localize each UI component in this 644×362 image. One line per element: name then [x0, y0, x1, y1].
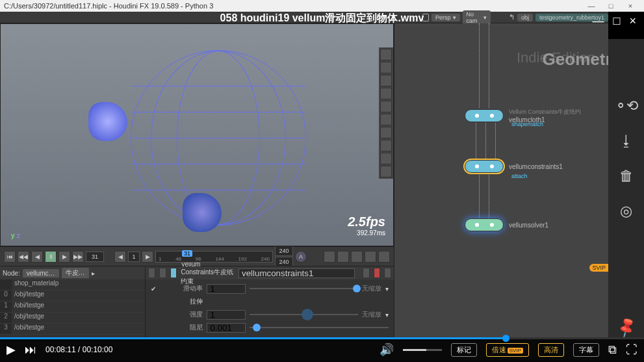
vtool-8[interactable]	[380, 140, 392, 151]
param-slide-label: 滑动率	[164, 284, 203, 293]
video-player-bar: ▶ ⏭ 00:08:11 / 00:10:00 🔊 标记 倍速SVIP 高清 字…	[0, 337, 644, 362]
overlay-close[interactable]: ×	[629, 14, 636, 28]
help-icon[interactable]	[374, 268, 381, 278]
axis-gizmo: y z	[11, 231, 20, 239]
tl-end[interactable]	[275, 246, 293, 256]
tl-opt2[interactable]	[337, 251, 349, 263]
subtitle-button[interactable]: 字幕	[573, 343, 599, 357]
p-list-head: shop_materialp	[12, 279, 145, 290]
vtool-5[interactable]	[380, 101, 392, 112]
param-stiff-mode[interactable]: 无缩放	[362, 310, 381, 319]
vtool-2[interactable]	[380, 62, 392, 73]
tl-play[interactable]: ▶	[58, 251, 70, 263]
overlay-max[interactable]: □	[613, 14, 621, 28]
tl-first[interactable]: ⏮	[4, 251, 16, 263]
param-stiff-slider[interactable]	[250, 314, 358, 315]
node-name-field[interactable]	[238, 268, 355, 278]
tl-step-fwd[interactable]: ▶	[142, 251, 153, 263]
vtool-1[interactable]	[380, 49, 392, 60]
param-damp-value[interactable]	[207, 323, 246, 333]
tl-frame-current[interactable]	[86, 252, 104, 262]
refresh-icon[interactable]: ◎	[620, 203, 632, 220]
node-label: Node:	[3, 270, 20, 277]
param-damp-slider[interactable]	[250, 327, 389, 328]
vtool-7[interactable]	[380, 127, 392, 138]
tl-auto[interactable]: A	[295, 251, 307, 263]
volume-icon[interactable]: 🔊	[380, 343, 394, 357]
wireframe-sphere	[131, 50, 306, 226]
geometry-watermark: Geometry	[543, 49, 608, 70]
progress-bar[interactable]	[0, 337, 644, 339]
tl-opt1[interactable]	[324, 251, 335, 263]
fullscreen-icon[interactable]: ⛶	[626, 343, 638, 357]
volume-slider[interactable]	[403, 349, 442, 351]
pip-icon[interactable]: ⧉	[608, 343, 617, 357]
overlay-min[interactable]: —	[593, 14, 604, 28]
list-row-1[interactable]: /obi/testge	[12, 302, 145, 312]
pin-icon[interactable]	[363, 268, 370, 278]
speed-button[interactable]: 倍速SVIP	[486, 343, 529, 357]
fwd-icon[interactable]	[159, 268, 166, 278]
gear-icon[interactable]	[384, 268, 391, 278]
rubbertoy-2	[183, 193, 222, 232]
tl-prev[interactable]: ◀◀	[18, 251, 29, 263]
param-slide-mode[interactable]: 无缩放	[362, 284, 381, 293]
window-close[interactable]: ×	[621, 2, 640, 10]
node-vellumconstraints1[interactable]: vellumconstraints1 attach	[465, 160, 563, 173]
tl-opt5[interactable]	[378, 251, 390, 263]
parameter-pane: Node: vellumc… 牛皮… ▸ shop_materialp 0/ob…	[0, 266, 394, 337]
fps-display: 2.5fps392.97ms	[348, 214, 385, 237]
list-row-2[interactable]: /obj/testge	[12, 313, 145, 323]
list-row-3[interactable]: /obi/testge	[12, 324, 145, 334]
vtool-9[interactable]	[380, 153, 392, 164]
param-stretch-label: 拉伸	[164, 297, 203, 306]
quality-button[interactable]: 高清	[538, 343, 564, 357]
viewport-3d[interactable]: 2.5fps392.97ms y z	[0, 23, 394, 246]
param-stiff-value[interactable]	[207, 310, 246, 320]
param-damp-label: 阻尼	[164, 323, 203, 332]
download-icon[interactable]: ⭳	[619, 133, 634, 149]
tl-opt4[interactable]	[365, 251, 376, 263]
delete-icon[interactable]: 🗑	[619, 168, 634, 185]
progress-knob[interactable]	[502, 335, 509, 342]
list-row-0[interactable]: /obj/testge	[12, 291, 145, 301]
time-display: 00:08:11 / 00:10:00	[45, 345, 112, 354]
node-field[interactable]: vellumc…	[23, 269, 59, 278]
next-button[interactable]: ⏭	[25, 343, 36, 357]
video-title: 058 houdini19 vellum滑动固定到物体.wmv	[0, 12, 644, 25]
node-type-icon	[170, 268, 177, 278]
vtool-10[interactable]	[380, 166, 392, 177]
back-icon[interactable]	[148, 268, 155, 278]
node-vellumsolver1[interactable]: vellumsolver1	[465, 218, 548, 231]
vtool-6[interactable]	[380, 114, 392, 125]
mark-button[interactable]: 标记	[451, 343, 477, 357]
tl-step[interactable]	[128, 252, 140, 262]
rubbertoy-1	[88, 102, 127, 141]
tl-step-back[interactable]: ◀	[114, 251, 126, 263]
tl-next[interactable]: ▶▶	[72, 251, 84, 263]
param-slide-value[interactable]	[207, 284, 246, 294]
tl-pause[interactable]: ⏸	[45, 251, 57, 263]
svip-badge: SVIP	[589, 264, 608, 272]
node-vellumcloth1[interactable]: Vellum Constraints牛皮纸约vellumcloth1 shape…	[465, 108, 581, 123]
network-view[interactable]: Indie Edition Geometry Vellum Constraint…	[394, 23, 608, 337]
viewport-right-tools	[379, 47, 393, 179]
param-stiff-label: 强度	[164, 310, 203, 319]
tl-play-back[interactable]: ◀	[31, 251, 43, 263]
os-titlebar: C:/Users/30972/untitled117.hiplc - Houdi…	[0, 0, 644, 12]
share-icon[interactable]: ⚬⟲	[615, 97, 638, 114]
vtool-3[interactable]	[380, 75, 392, 86]
window-max[interactable]: □	[601, 2, 621, 10]
tl-opt3[interactable]	[351, 251, 363, 263]
titlebar-path: C:/Users/30972/untitled117.hiplc - Houdi…	[4, 2, 213, 10]
tab-arrow[interactable]: ▸	[92, 270, 95, 277]
vtool-4[interactable]	[380, 88, 392, 99]
right-rail: ⚬⟲ ⭳ 🗑 ◎ 📌	[608, 39, 644, 337]
play-button[interactable]: ▶	[6, 343, 16, 357]
tab-1[interactable]: 牛皮…	[62, 268, 89, 278]
param-slide-slider[interactable]	[250, 288, 358, 289]
window-min[interactable]: —	[582, 2, 601, 10]
tl-track[interactable]: 31 148 96144 192240	[155, 251, 273, 263]
